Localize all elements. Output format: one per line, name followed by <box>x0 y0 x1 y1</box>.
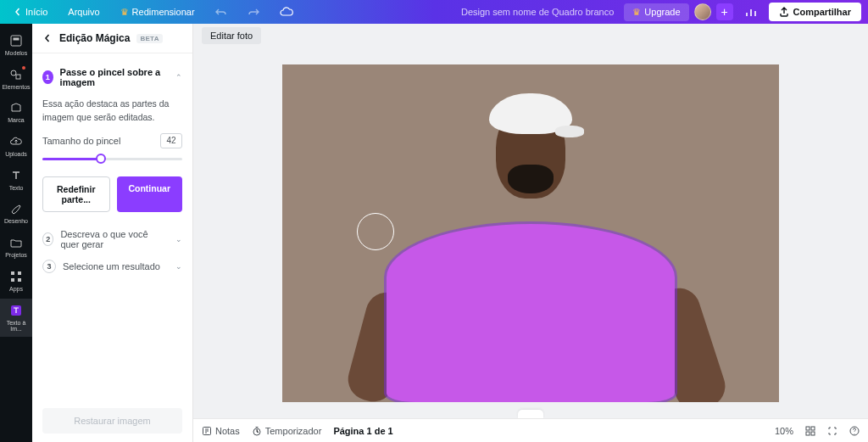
crown-icon: ♛ <box>120 7 129 18</box>
panel-back-button[interactable] <box>42 33 53 43</box>
home-button[interactable]: Início <box>7 3 54 20</box>
help-icon <box>849 426 860 436</box>
step-1-label: Passe o pincel sobre a imagem <box>60 67 169 87</box>
step-1[interactable]: 1 Passe o pincel sobre a imagem ⌃ <box>42 62 182 92</box>
apps-icon <box>8 269 24 284</box>
notes-button[interactable]: Notas <box>202 426 240 436</box>
resize-button[interactable]: ♛ Redimensionar <box>114 3 202 21</box>
person-head <box>496 107 565 199</box>
brush-cursor <box>357 213 394 250</box>
draw-icon <box>8 201 24 216</box>
svg-rect-11 <box>806 427 810 430</box>
share-icon <box>779 7 789 17</box>
sidebar-item-brand[interactable]: Marca <box>0 96 32 128</box>
step-2-label: Descreva o que você quer gerar <box>60 229 169 249</box>
cap <box>489 93 572 134</box>
panel-title: Edição Mágica <box>59 32 130 44</box>
sidebar-item-text[interactable]: Texto <box>0 164 32 196</box>
step-description: Essa ação destaca as partes da imagem qu… <box>42 98 182 125</box>
analytics-button[interactable] <box>738 3 764 21</box>
undo-button[interactable] <box>209 3 234 21</box>
step-2[interactable]: 2 Descreva o que você quer gerar ⌄ <box>42 224 182 255</box>
canvas-stage[interactable] <box>193 48 868 418</box>
zoom-level[interactable]: 10% <box>775 426 793 436</box>
sidebar-item-apps[interactable]: Apps <box>0 265 32 297</box>
edit-photo-button[interactable]: Editar foto <box>202 27 261 44</box>
avatar[interactable] <box>694 3 711 20</box>
add-member-button[interactable]: + <box>716 3 733 20</box>
file-menu[interactable]: Arquivo <box>61 3 106 20</box>
crown-icon: ♛ <box>632 7 641 18</box>
app-sidebar: Modelos Elementos Marca Uploads Texto De… <box>0 24 32 442</box>
step-3-label: Selecione um resultado <box>63 261 160 271</box>
chevron-down-icon: ⌄ <box>175 235 182 243</box>
chart-icon <box>745 6 757 18</box>
photo[interactable] <box>282 64 779 402</box>
svg-rect-14 <box>811 432 815 435</box>
svg-rect-7 <box>18 278 21 282</box>
canvas-area: Editar foto No <box>193 24 868 442</box>
timer-icon <box>252 426 262 436</box>
fullscreen-button[interactable] <box>827 426 837 436</box>
templates-icon <box>8 33 24 48</box>
grid-icon <box>805 426 815 436</box>
timer-button[interactable]: Temporizador <box>252 426 322 436</box>
uploads-icon <box>8 134 24 149</box>
svg-rect-0 <box>11 36 21 46</box>
beta-badge: BETA <box>136 34 162 43</box>
text-icon <box>8 168 24 183</box>
magic-edit-panel: Edição Mágica BETA 1 Passe o pincel sobr… <box>32 24 193 442</box>
redo-button[interactable] <box>241 3 266 21</box>
sidebar-item-projects[interactable]: Projetos <box>0 231 32 263</box>
brush-size-value[interactable]: 42 <box>160 133 182 148</box>
upgrade-button[interactable]: ♛ Upgrade <box>624 3 688 21</box>
undo-icon <box>215 6 227 18</box>
document-name[interactable]: Design sem nome de Quadro branco <box>461 7 614 17</box>
chevron-up-icon: ⌃ <box>175 73 182 81</box>
step-3[interactable]: 3 Selecione um resultado ⌄ <box>42 255 182 278</box>
projects-icon <box>8 235 24 250</box>
svg-rect-3 <box>16 75 20 79</box>
redo-icon <box>248 6 259 18</box>
grid-view-button[interactable] <box>805 426 815 436</box>
share-button[interactable]: Compartilhar <box>769 3 861 21</box>
chevron-down-icon: ⌄ <box>175 262 182 271</box>
chevron-left-icon <box>42 33 53 43</box>
reset-part-button[interactable]: Redefinir parte... <box>42 176 110 212</box>
bottom-bar: Notas Temporizador Página 1 de 1 10% <box>193 418 868 442</box>
topbar: Início Arquivo ♛ Redimensionar Design se… <box>0 0 868 24</box>
sidebar-item-elements[interactable]: Elementos <box>0 63 32 95</box>
slider-thumb[interactable] <box>96 154 106 164</box>
svg-point-2 <box>11 70 16 76</box>
cloud-icon <box>280 7 293 17</box>
sidebar-item-draw[interactable]: Desenho <box>0 197 32 229</box>
svg-rect-6 <box>11 278 14 282</box>
notes-icon <box>202 426 212 436</box>
sidebar-item-uploads[interactable]: Uploads <box>0 130 32 162</box>
help-button[interactable] <box>849 426 860 436</box>
svg-rect-12 <box>811 427 815 430</box>
text-to-image-icon <box>8 303 24 318</box>
brush-size-slider[interactable] <box>42 153 182 165</box>
svg-rect-5 <box>18 271 21 275</box>
selection-mask <box>387 224 675 402</box>
brand-icon <box>8 100 24 115</box>
fullscreen-icon <box>827 426 837 436</box>
notification-dot <box>22 66 25 70</box>
svg-rect-1 <box>14 38 19 41</box>
svg-rect-13 <box>806 432 810 435</box>
cloud-status[interactable] <box>273 3 300 20</box>
drawer-handle[interactable] <box>518 410 543 418</box>
continue-button[interactable]: Continuar <box>117 176 183 212</box>
sidebar-item-templates[interactable]: Modelos <box>0 29 32 61</box>
chevron-left-icon <box>14 8 22 16</box>
sidebar-item-text-to-image[interactable]: Texto à Im... <box>0 299 32 337</box>
elements-icon <box>8 67 24 82</box>
page-indicator: Página 1 de 1 <box>333 426 392 436</box>
svg-rect-4 <box>11 271 14 275</box>
restore-image-button[interactable]: Restaurar imagem <box>42 408 182 434</box>
brush-size-label: Tamanho do pincel <box>42 136 120 146</box>
home-label: Início <box>25 7 47 17</box>
